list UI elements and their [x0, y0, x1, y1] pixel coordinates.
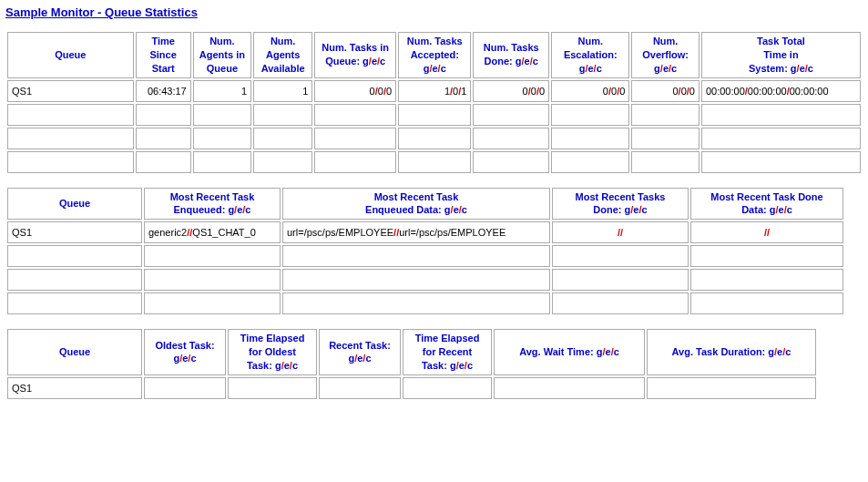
table-row: QS1: [7, 377, 816, 399]
th-tasks-accepted: Num. TasksAccepted:g/e/c: [398, 32, 471, 78]
cell-queue: QS1: [7, 80, 134, 102]
table-row: [7, 269, 843, 291]
cell-tasks-done: 0/0/0: [473, 80, 549, 102]
cell-mr-done-data: //: [690, 221, 843, 243]
th-agents-available: Num.AgentsAvailable: [253, 32, 312, 78]
th-queue: Queue: [7, 32, 134, 78]
cell-escalation: 0/0/0: [551, 80, 629, 102]
th-escalation: Num.Escalation:g/e/c: [551, 32, 629, 78]
stats-table-2: Queue Most Recent TaskEnqueued: g/e/c Mo…: [5, 186, 845, 317]
th-mr-done-data: Most Recent Task DoneData: g/e/c: [690, 188, 843, 220]
table-row: QS1 06:43:17 1 1 0/0/0 1/0/1 0/0/0 0/0/0…: [7, 80, 861, 102]
th-agents-in-queue: Num.Agents inQueue: [193, 32, 251, 78]
cell-mr-done: //: [552, 221, 689, 243]
th-mr-done: Most Recent TasksDone: g/e/c: [552, 188, 689, 220]
th-task-total: Task TotalTime inSystem: g/e/c: [701, 32, 861, 78]
th-avg-wait: Avg. Wait Time: g/e/c: [494, 329, 645, 375]
cell-queue: QS1: [7, 221, 142, 243]
table-row: [7, 104, 861, 126]
cell-queue: QS1: [7, 377, 142, 399]
th-overflow: Num.Overflow:g/e/c: [631, 32, 700, 78]
table-row: [7, 292, 843, 314]
table-row: QS1 generic2//QS1_CHAT_0 url=/psc/ps/EMP…: [7, 221, 843, 243]
cell-time-since-start: 06:43:17: [136, 80, 191, 102]
cell-tasks-accepted: 1/0/1: [398, 80, 471, 102]
cell-mr-enqueued-data: url=/psc/ps/EMPLOYEE//url=/psc/ps/EMPLOY…: [282, 221, 550, 243]
th-queue: Queue: [7, 188, 142, 220]
stats-table-3: Queue Oldest Task:g/e/c Time Elapsedfor …: [5, 327, 818, 401]
page-title[interactable]: Sample Monitor - Queue Statistics: [5, 5, 198, 19]
table-row: [7, 128, 861, 149]
cell-agents-in-queue: 1: [193, 80, 251, 102]
cell-task-total: 00:00:00/00:00:00/00:00:00: [701, 80, 861, 102]
th-mr-enqueued: Most Recent TaskEnqueued: g/e/c: [144, 188, 281, 220]
th-time-since-start: TimeSinceStart: [136, 32, 191, 78]
stats-table-1: Queue TimeSinceStart Num.Agents inQueue …: [5, 30, 863, 175]
cell-mr-enqueued: generic2//QS1_CHAT_0: [144, 221, 281, 243]
th-tasks-done: Num. TasksDone: g/e/c: [473, 32, 549, 78]
th-mr-enqueued-data: Most Recent TaskEnqueued Data: g/e/c: [282, 188, 550, 220]
cell-tasks-in-queue: 0/0/0: [314, 80, 396, 102]
th-recent: Recent Task:g/e/c: [319, 329, 401, 375]
table-row: [7, 245, 843, 267]
th-oldest: Oldest Task:g/e/c: [144, 329, 226, 375]
th-avg-duration: Avg. Task Duration: g/e/c: [647, 329, 816, 375]
table-row: [7, 151, 861, 173]
th-queue: Queue: [7, 329, 142, 375]
th-tasks-in-queue: Num. Tasks inQueue: g/e/c: [314, 32, 396, 78]
th-elapsed-recent: Time Elapsedfor RecentTask: g/e/c: [403, 329, 492, 375]
th-elapsed-oldest: Time Elapsedfor OldestTask: g/e/c: [228, 329, 317, 375]
cell-overflow: 0/0/0: [631, 80, 700, 102]
cell-agents-available: 1: [253, 80, 312, 102]
